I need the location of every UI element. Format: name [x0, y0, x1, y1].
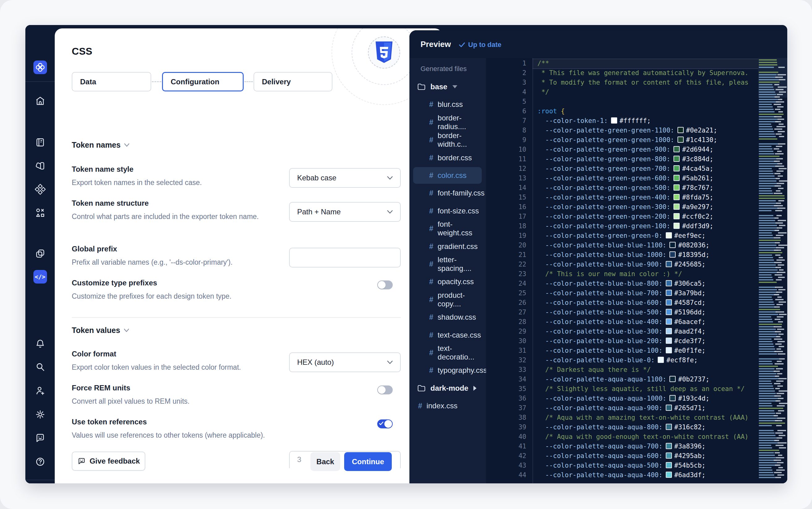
tree-folder-dark-mode[interactable]: dark-mode [409, 380, 486, 397]
sidebar-item-help[interactable] [25, 454, 55, 469]
preview-status: Up to date [459, 41, 502, 49]
continue-button[interactable]: Continue [344, 452, 392, 471]
color-format-select[interactable]: HEX (auto) [289, 352, 401, 372]
line-text: --color-palette-green-green-100:#ddf3d9; [537, 222, 757, 231]
file-name: typography.css [438, 366, 487, 375]
tree-file-shadow-css[interactable]: #shadow.css [409, 309, 486, 326]
preview-status-label: Up to date [468, 41, 502, 49]
tree-file-opacity-css[interactable]: #opacity.css [409, 273, 486, 290]
code-line-33: 33 /* Darkest aqua there is */ [486, 365, 787, 375]
tree-file-product-copy-[interactable]: #product-copy.... [409, 291, 486, 308]
line-number: 36 [486, 394, 526, 403]
tree-file-font-size-css[interactable]: #font-size.css [409, 203, 486, 219]
line-text: --color-palette-green-green-1000:#1c4130… [537, 135, 757, 145]
tree-file-text-case-css[interactable]: #text-case.css [409, 327, 486, 343]
field-desc-token-name-structure: Control what parts are included in the e… [72, 211, 259, 222]
tree-file-border-css[interactable]: #border.css [409, 149, 486, 166]
token-name-structure-select[interactable]: Path + Name [289, 202, 401, 222]
code-line-27: 27 --color-palette-blue-blue-500:#5196dd… [486, 308, 787, 317]
sidebar-item-settings[interactable] [25, 407, 55, 422]
sidebar-item-assets[interactable] [25, 159, 55, 173]
check-icon [459, 42, 465, 47]
generated-files-sidebar: Generated files base#blur.css#border-rad… [409, 58, 486, 483]
tree-file-font-family-css[interactable]: #font-family.css [409, 185, 486, 201]
sidebar-item-home[interactable] [25, 94, 55, 108]
give-feedback-button[interactable]: Give feedback [72, 451, 145, 471]
section-token-names[interactable]: Token names [72, 140, 129, 149]
color-swatch [674, 194, 680, 200]
tree-file-index-css[interactable]: #index.css [409, 398, 486, 414]
tree-file-typography-css[interactable]: #typography.css [409, 362, 486, 379]
line-text: --color-palette-green-green-600:#5ab261; [537, 174, 757, 183]
tree-file-font-weight-css[interactable]: #font-weight.css [409, 220, 486, 237]
field-desc-force-rem-units: Convert all pixel values to REM units. [72, 396, 190, 407]
step-data[interactable]: Data [72, 72, 151, 92]
code-editor[interactable]: 1/**2 * This file was generated automati… [486, 58, 787, 483]
line-number: 23 [486, 269, 526, 279]
line-number: 1 [486, 59, 526, 68]
line-number: 3 [486, 78, 526, 88]
tree-file-border-radius-[interactable]: #border-radius.... [409, 114, 486, 131]
line-number: 44 [486, 470, 526, 480]
file-name: font-weight.css [438, 220, 486, 237]
color-swatch [678, 137, 684, 143]
sidebar-item-duplicates[interactable] [25, 246, 55, 261]
code-line-28: 28 --color-palette-blue-blue-400:#6aacef… [486, 317, 787, 327]
workspace-logo-button[interactable] [25, 60, 55, 75]
tree-file-blur-css[interactable]: #blur.css [409, 96, 486, 113]
tree-file-border-width-c-[interactable]: #border-width.c... [409, 132, 486, 148]
field-label-use-token-references: Use token references [72, 417, 147, 426]
code-line-1: 1/** [486, 59, 787, 68]
step-configuration[interactable]: Configuration [162, 72, 244, 92]
back-button[interactable]: Back [310, 452, 340, 471]
sidebar-item-invite-user[interactable] [25, 383, 55, 398]
line-text: --color-palette-blue-blue-0:#ecf8fe; [537, 355, 757, 365]
css-file-icon: # [429, 348, 433, 357]
field-desc-global-prefix: Prefix all variable names (e.g., '--ds-c… [72, 257, 232, 268]
tree-file-gradient-css[interactable]: #gradient.css [409, 238, 486, 255]
force-rem-units-toggle[interactable] [377, 385, 393, 395]
token-name-style-select[interactable]: Kebab case [289, 168, 401, 188]
line-number: 32 [486, 355, 526, 365]
color-swatch [666, 290, 672, 296]
line-number: 14 [486, 183, 526, 193]
file-name: index.css [427, 402, 457, 410]
sidebar-item-search[interactable] [25, 360, 55, 374]
css-file-icon: # [429, 171, 433, 180]
color-swatch [666, 338, 672, 344]
css-file-icon: # [429, 207, 433, 215]
sidebar-item-notifications[interactable] [25, 336, 55, 351]
field-label-token-name-structure: Token name structure [72, 199, 149, 208]
code-line-16: 16 --color-palette-green-green-300:#a9e2… [486, 202, 787, 212]
line-number: 5 [486, 97, 526, 107]
file-name: font-family.css [438, 189, 485, 197]
tree-folder-base[interactable]: base [409, 78, 486, 95]
tree-file-color-css[interactable]: #color.css [413, 167, 482, 184]
use-token-references-toggle[interactable] [377, 419, 393, 429]
sidebar-item-feedback[interactable] [25, 431, 55, 445]
sidebar-item-tokens[interactable] [25, 182, 55, 197]
code-line-32: 32 --color-palette-blue-blue-0:#ecf8fe; [486, 355, 787, 365]
minimap[interactable] [758, 58, 787, 481]
code-line-31: 31 --color-palette-blue-blue-100:#e0f1fe… [486, 346, 787, 355]
sidebar-item-documentation[interactable] [25, 135, 55, 150]
step-data-label: Data [80, 77, 96, 86]
line-text: /* This is our new main color :) */ [537, 269, 757, 279]
step-delivery[interactable]: Delivery [254, 72, 333, 92]
field-label-force-rem-units: Force REM units [72, 384, 130, 392]
sidebar-item-components[interactable] [25, 205, 55, 220]
customize-type-prefixes-toggle[interactable] [377, 280, 393, 290]
css-file-icon: # [429, 154, 433, 162]
section-token-values[interactable]: Token values [72, 326, 129, 335]
chat-smiley-icon [35, 433, 45, 443]
tree-file-letter-spacing-[interactable]: #letter-spacing.... [409, 256, 486, 272]
tree-file-text-decoratio-[interactable]: #text-decoratio... [409, 344, 486, 361]
line-text: --color-palette-green-green-200:#ccf0c2; [537, 212, 757, 222]
home-icon [35, 96, 45, 106]
global-prefix-input[interactable] [289, 248, 401, 268]
css3-logo [374, 41, 394, 64]
file-name: gradient.css [438, 242, 477, 251]
line-text: --color-palette-blue-blue-500:#5196dd; [537, 308, 757, 317]
sidebar-item-code-exporter[interactable]: </> [25, 269, 55, 284]
help-icon [35, 456, 45, 467]
